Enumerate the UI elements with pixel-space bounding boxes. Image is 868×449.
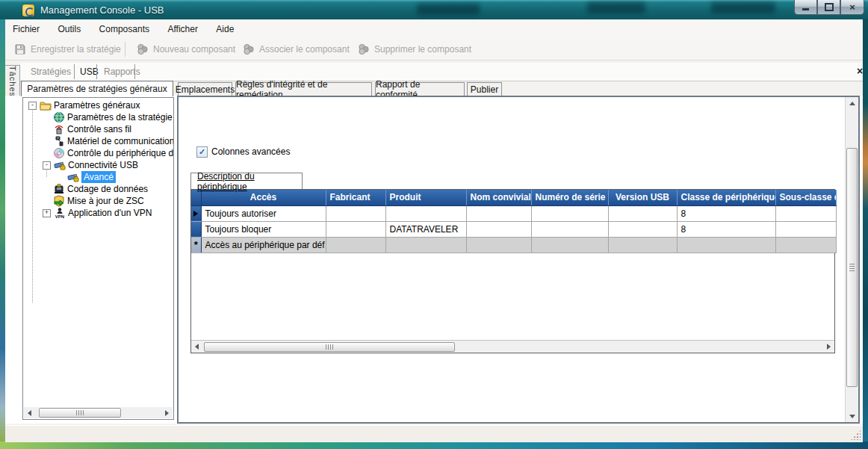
window-frame-right (863, 19, 868, 442)
cd-disc-icon (53, 147, 65, 159)
tree-item-avance[interactable]: Avancé (23, 171, 116, 183)
scroll-down-icon[interactable] (846, 410, 859, 422)
delete-component-button[interactable]: Supprimer le composant (355, 41, 471, 58)
tree-item-label: Paramètres de la stratégie (67, 112, 173, 123)
current-row-indicator[interactable] (191, 205, 201, 221)
tab-rapports[interactable]: Rapports (99, 65, 145, 78)
table-header-row: Accès Fabricant Produit Nom convivial Nu… (191, 190, 836, 205)
associate-component-button[interactable]: Associer le composant (240, 41, 350, 58)
expand-expander-icon[interactable]: + (43, 209, 51, 217)
tree-item-parametres-strategie[interactable]: Paramètres de la stratégie (23, 111, 173, 123)
maximize-button[interactable] (817, 0, 840, 15)
column-header-sous-classe[interactable]: Sous-classe d (775, 190, 836, 205)
menu-outils[interactable]: Outils (50, 19, 88, 38)
cell-sous-classe[interactable] (775, 237, 836, 253)
close-tab-icon[interactable]: × (854, 65, 866, 77)
scroll-right-icon[interactable] (161, 407, 173, 418)
cell-classe[interactable]: 8 (677, 221, 775, 237)
new-component-button[interactable]: Nouveau composant (134, 41, 235, 58)
tree-item-label: Connectivité USB (68, 160, 138, 170)
tree-item-connectivite-usb[interactable]: - Connectivité USB (23, 159, 138, 171)
cell-sous-classe[interactable] (775, 205, 836, 221)
window-frame-left (0, 19, 5, 442)
column-header-acces[interactable]: Accès (201, 190, 326, 205)
tree-item-parametres-generaux[interactable]: - Paramètres généraux (23, 99, 140, 111)
cell-classe[interactable]: 8 (677, 205, 775, 221)
column-header-fabricant[interactable]: Fabricant (326, 190, 385, 205)
vpn-icon: VPN (54, 207, 66, 219)
tree-item-application-vpn[interactable]: + VPN Application d'un VPN (23, 207, 152, 219)
cell-produit[interactable] (385, 237, 466, 253)
title-bar[interactable]: Management Console - USB × (0, 0, 868, 19)
panel-vertical-scrollbar[interactable] (845, 97, 858, 422)
cell-fabricant[interactable] (326, 221, 385, 237)
tree-horizontal-scrollbar[interactable] (24, 407, 173, 418)
tree-item-materiel-communication[interactable]: Matériel de communication (23, 135, 174, 147)
menu-composants[interactable]: Composants (92, 19, 157, 38)
tree-item-mise-a-jour-zsc[interactable]: Mise à jour de ZSC (23, 195, 144, 207)
cell-acces[interactable]: Toujours bloquer (201, 221, 326, 237)
subtab-emplacements[interactable]: Emplacements (178, 82, 232, 96)
grid-horizontal-scrollbar[interactable] (191, 340, 834, 353)
panel-scroll-thumb[interactable] (846, 148, 858, 387)
collapse-expander-icon[interactable]: - (28, 102, 37, 110)
tree-item-label: Codage de données (67, 184, 148, 194)
row-selector[interactable] (191, 221, 201, 237)
usb-lock-icon (54, 159, 66, 171)
device-description-tab[interactable]: Description du périphérique (190, 173, 303, 189)
close-button[interactable]: × (840, 0, 864, 15)
subtab-publier[interactable]: Publier (467, 82, 502, 96)
cell-fabricant[interactable] (326, 205, 385, 221)
scroll-right-icon[interactable] (823, 341, 834, 353)
tree-item-controle-peripherique[interactable]: Contrôle du périphérique d (23, 147, 173, 159)
save-strategy-label: Enregistrer la stratégie (31, 44, 121, 55)
cell-produit[interactable] (385, 205, 466, 221)
menu-afficher[interactable]: Afficher (160, 19, 205, 38)
table-row: Toujours autoriser 8 (191, 205, 836, 221)
cell-version-usb[interactable] (608, 221, 677, 237)
tree-item-codage-donnees[interactable]: Codage de données (23, 183, 148, 195)
cell-numero-serie[interactable] (531, 221, 608, 237)
scroll-left-icon[interactable] (24, 407, 35, 418)
tree-scroll-thumb[interactable] (39, 408, 121, 418)
cell-numero-serie[interactable] (531, 237, 608, 253)
minimize-button[interactable] (794, 0, 817, 15)
subtab-regles-integrite[interactable]: Règles d'intégrité et de remédiation (235, 82, 372, 96)
collapse-expander-icon[interactable]: - (43, 161, 51, 170)
client-area: Fichier Outils Composants Afficher Aide … (5, 19, 863, 442)
cell-acces[interactable]: Accès au périphérique par déf (201, 237, 326, 253)
subtab-rapport-conformite[interactable]: Rapport de conformité (375, 82, 465, 96)
cell-sous-classe[interactable] (775, 221, 836, 237)
tree-item-controle-sans-fil[interactable]: Contrôle sans fil (23, 123, 131, 135)
subtab-parametres-generaux[interactable]: Paramètres de stratégies généraux (21, 81, 173, 96)
grid-scroll-thumb[interactable] (204, 342, 455, 352)
column-header-classe[interactable]: Classe de périphérique (677, 190, 775, 205)
advanced-columns-checkbox[interactable]: ✓ (196, 146, 208, 158)
resize-grip[interactable] (851, 430, 861, 440)
cell-version-usb[interactable] (608, 205, 677, 221)
scroll-up-icon[interactable] (846, 97, 859, 109)
cell-nom-convivial[interactable] (466, 237, 531, 253)
scroll-left-icon[interactable] (191, 341, 202, 353)
column-header-version-usb[interactable]: Version USB (608, 190, 677, 205)
cell-acces[interactable]: Toujours autoriser (201, 205, 326, 221)
cell-nom-convivial[interactable] (466, 221, 531, 237)
column-header-produit[interactable]: Produit (385, 190, 466, 205)
save-strategy-button[interactable]: Enregistrer la stratégie (11, 41, 121, 58)
new-row-asterisk-icon: * (194, 239, 198, 250)
cell-fabricant[interactable] (326, 237, 385, 253)
cell-version-usb[interactable] (608, 237, 677, 253)
cell-numero-serie[interactable] (531, 205, 608, 221)
cell-classe[interactable] (677, 237, 775, 253)
new-row-indicator[interactable]: * (191, 237, 201, 253)
tasks-side-tab[interactable]: Tâches (5, 65, 20, 98)
tab-strategies[interactable]: Stratégies (26, 65, 75, 78)
menu-aide[interactable]: Aide (208, 19, 241, 38)
selector-header-cell (191, 190, 201, 205)
globe-icon (53, 111, 65, 123)
column-header-numero-serie[interactable]: Numéro de série (531, 190, 608, 205)
menu-fichier[interactable]: Fichier (5, 19, 47, 38)
cell-nom-convivial[interactable] (466, 205, 531, 221)
column-header-nom-convivial[interactable]: Nom convivial (466, 190, 531, 205)
cell-produit[interactable]: DATATRAVELER (385, 221, 466, 237)
